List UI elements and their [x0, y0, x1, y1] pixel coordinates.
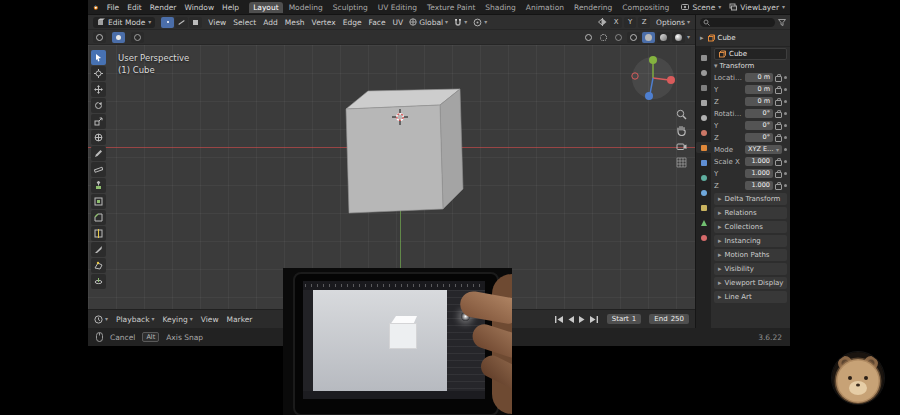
ptab-scene[interactable]: [696, 112, 711, 123]
shading-wireframe-button[interactable]: [627, 32, 640, 43]
scene-selector[interactable]: Scene ▾: [681, 3, 721, 12]
frame-start-field[interactable]: Start 1: [607, 314, 642, 324]
tool-transform[interactable]: [91, 130, 106, 145]
tool-select-box[interactable]: [91, 50, 106, 65]
shading-rendered-button[interactable]: [672, 32, 685, 43]
pan-hand-icon[interactable]: [676, 125, 687, 136]
tab-sculpting[interactable]: Sculpting: [329, 2, 372, 13]
tool-move[interactable]: [91, 82, 106, 97]
animate-dot[interactable]: [784, 160, 787, 163]
gizmo-axis-z[interactable]: [645, 92, 653, 100]
ptab-world[interactable]: [696, 127, 711, 138]
lock-icon[interactable]: [775, 136, 782, 142]
menu-file[interactable]: File: [107, 3, 120, 12]
outliner-item-cube[interactable]: ▸ Cube: [696, 30, 790, 47]
object-name-field[interactable]: Cube: [714, 48, 787, 60]
cube-mesh[interactable]: [338, 85, 468, 220]
scale-z-input[interactable]: 1.000: [745, 181, 773, 190]
camera-view-icon[interactable]: [676, 141, 687, 152]
snapping-controls[interactable]: ▾: [454, 18, 467, 27]
animate-dot[interactable]: [784, 172, 787, 175]
orientation-dropdown[interactable]: Global ▾: [409, 18, 448, 27]
rotation-y-input[interactable]: 0°: [745, 121, 773, 130]
tool-poly-build[interactable]: [91, 258, 106, 273]
ptab-render[interactable]: [696, 67, 711, 78]
tool-inset[interactable]: [91, 194, 106, 209]
ptab-modifiers[interactable]: [696, 157, 711, 168]
proportional-edit-controls[interactable]: ▾: [473, 18, 487, 27]
jump-to-end-button[interactable]: [589, 315, 599, 324]
lock-icon[interactable]: [775, 124, 782, 130]
gizmo-axis-x[interactable]: [667, 76, 675, 84]
mirror-z-toggle[interactable]: Z: [638, 17, 650, 28]
menu-keying[interactable]: Keying▾: [163, 315, 193, 324]
lock-icon[interactable]: [775, 76, 782, 82]
tab-modeling[interactable]: Modeling: [285, 2, 327, 13]
lock-icon[interactable]: [775, 184, 782, 190]
jump-to-start-button[interactable]: [554, 315, 564, 324]
panel-viewport-display[interactable]: ▸Viewport Display: [714, 277, 787, 289]
menu-marker[interactable]: Marker: [227, 315, 253, 324]
rotation-mode-dropdown[interactable]: XYZ Euler▾: [745, 145, 782, 154]
tab-animation[interactable]: Animation: [522, 2, 568, 13]
tweak-overlay-button[interactable]: [93, 32, 106, 43]
ptab-physics[interactable]: [696, 187, 711, 198]
animate-dot[interactable]: [784, 88, 787, 91]
lock-icon[interactable]: [775, 100, 782, 106]
viewlayer-selector[interactable]: ViewLayer ▾: [729, 3, 785, 12]
grid-toggle-icon[interactable]: [676, 157, 687, 168]
ptab-constraints[interactable]: [696, 202, 711, 213]
lock-icon[interactable]: [775, 172, 782, 178]
panel-collections[interactable]: ▸Collections: [714, 221, 787, 233]
menu-add[interactable]: Add: [263, 18, 278, 27]
scale-x-input[interactable]: 1.000: [745, 157, 773, 166]
tool-spin[interactable]: [91, 274, 106, 289]
edge-select-button[interactable]: [175, 17, 188, 28]
zoom-icon[interactable]: [676, 109, 687, 120]
tab-layout[interactable]: Layout: [249, 2, 283, 13]
location-z-input[interactable]: 0 m: [745, 97, 773, 106]
menu-select[interactable]: Select: [233, 18, 256, 27]
scale-y-input[interactable]: 1.000: [745, 169, 773, 178]
menu-edit[interactable]: Edit: [127, 3, 142, 12]
menu-help[interactable]: Help: [222, 3, 239, 12]
animate-dot[interactable]: [784, 76, 787, 79]
face-select-button[interactable]: [189, 17, 202, 28]
panel-delta-transform[interactable]: ▸Delta Transform: [714, 193, 787, 205]
ptab-object[interactable]: [696, 142, 711, 153]
mirror-y-toggle[interactable]: Y: [624, 17, 636, 28]
panel-instancing[interactable]: ▸Instancing: [714, 235, 787, 247]
mode-dropdown[interactable]: Edit Mode ▾: [93, 17, 155, 28]
shading-material-button[interactable]: [657, 32, 670, 43]
menu-view-timeline[interactable]: View: [201, 315, 219, 324]
panel-relations[interactable]: ▸Relations: [714, 207, 787, 219]
panel-motion-paths[interactable]: ▸Motion Paths: [714, 249, 787, 261]
ptab-view-layer[interactable]: [696, 97, 711, 108]
menu-vertex[interactable]: Vertex: [312, 18, 336, 27]
outliner-search-input[interactable]: [700, 18, 775, 27]
options-dropdown[interactable]: Options ▾: [656, 18, 690, 27]
location-x-input[interactable]: 0 m: [745, 73, 773, 82]
ptab-output[interactable]: [696, 82, 711, 93]
rotation-z-input[interactable]: 0°: [745, 133, 773, 142]
show-overlays-button[interactable]: [597, 32, 610, 43]
gizmo-toggle-button[interactable]: [131, 32, 144, 43]
tool-scale[interactable]: [91, 114, 106, 129]
play-reverse-button[interactable]: [567, 315, 575, 324]
animate-dot[interactable]: [784, 112, 787, 115]
gizmo-axis-y[interactable]: [649, 56, 657, 64]
tool-rotate[interactable]: [91, 98, 106, 113]
tab-texture-paint[interactable]: Texture Paint: [423, 2, 479, 13]
tool-measure[interactable]: [91, 162, 106, 177]
ptab-material[interactable]: [696, 232, 711, 243]
animate-dot[interactable]: [784, 136, 787, 139]
vertex-select-button[interactable]: [161, 17, 174, 28]
tool-knife[interactable]: [91, 242, 106, 257]
menu-render[interactable]: Render: [150, 3, 177, 12]
animate-dot[interactable]: [784, 124, 787, 127]
rotation-x-input[interactable]: 0°: [745, 109, 773, 118]
menu-edge[interactable]: Edge: [343, 18, 362, 27]
location-y-input[interactable]: 0 m: [745, 85, 773, 94]
filter-icon[interactable]: [778, 19, 786, 26]
expand-caret-icon[interactable]: ▸: [700, 35, 704, 42]
